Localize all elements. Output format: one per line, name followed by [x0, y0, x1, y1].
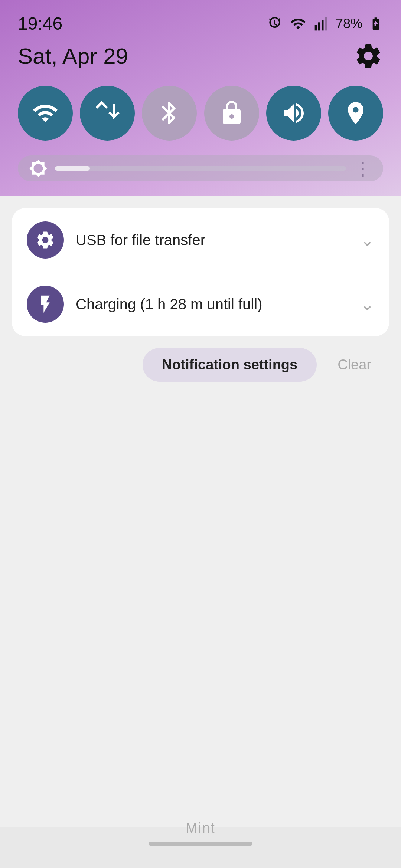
- date-settings-row: Sat, Apr 29: [18, 41, 383, 71]
- svg-rect-2: [322, 20, 324, 30]
- battery-text: 78%: [336, 16, 362, 32]
- header-area: 19:46 78% Sat, Apr 29: [0, 0, 401, 196]
- battery-icon: [368, 16, 383, 32]
- gear-notif-icon: [35, 230, 56, 250]
- status-icons: 78%: [267, 16, 383, 32]
- brightness-icon: [29, 159, 48, 178]
- svg-rect-0: [315, 25, 317, 30]
- alarm-icon: [267, 16, 283, 32]
- brand-label: Mint: [186, 820, 215, 836]
- brightness-row[interactable]: ⋮: [18, 155, 383, 181]
- screen-lock-toggle[interactable]: [204, 86, 259, 141]
- bluetooth-toggle[interactable]: [142, 86, 197, 141]
- notification-card-usb: USB for file transfer ⌄ Charging (1 h 28…: [12, 208, 389, 336]
- wifi-status-icon: [289, 16, 307, 32]
- location-toggle[interactable]: [328, 86, 383, 141]
- svg-rect-3: [325, 17, 327, 30]
- status-bar: 19:46 78%: [18, 0, 383, 37]
- brightness-options-icon[interactable]: ⋮: [353, 159, 372, 178]
- status-time: 19:46: [18, 13, 62, 34]
- charging-chevron-icon[interactable]: ⌄: [361, 295, 374, 314]
- settings-gear-icon[interactable]: [353, 41, 383, 71]
- svg-rect-1: [318, 22, 320, 30]
- charging-notif-icon-wrap: [27, 286, 64, 323]
- usb-chevron-icon[interactable]: ⌄: [361, 231, 374, 250]
- date-display: Sat, Apr 29: [18, 43, 128, 69]
- bottom-actions: Notification settings Clear: [12, 348, 389, 382]
- notification-item-charging[interactable]: Charging (1 h 28 m until full) ⌄: [12, 272, 389, 336]
- usb-notif-icon-wrap: [27, 221, 64, 259]
- notification-settings-button[interactable]: Notification settings: [143, 348, 317, 382]
- quick-toggles: [18, 86, 383, 141]
- bolt-notif-icon: [35, 294, 56, 315]
- volume-toggle[interactable]: [266, 86, 321, 141]
- home-indicator[interactable]: [149, 842, 252, 846]
- brightness-track[interactable]: [55, 166, 346, 171]
- notification-item-usb[interactable]: USB for file transfer ⌄: [12, 208, 389, 272]
- usb-notif-text: USB for file transfer: [76, 232, 349, 249]
- charging-notif-text: Charging (1 h 28 m until full): [76, 296, 349, 313]
- wifi-toggle[interactable]: [18, 86, 73, 141]
- clear-button[interactable]: Clear: [326, 348, 383, 382]
- bottom-brand: Mint: [0, 820, 401, 846]
- notifications-area: USB for file transfer ⌄ Charging (1 h 28…: [0, 196, 401, 827]
- data-transfer-toggle[interactable]: [80, 86, 135, 141]
- signal-icon: [313, 16, 330, 32]
